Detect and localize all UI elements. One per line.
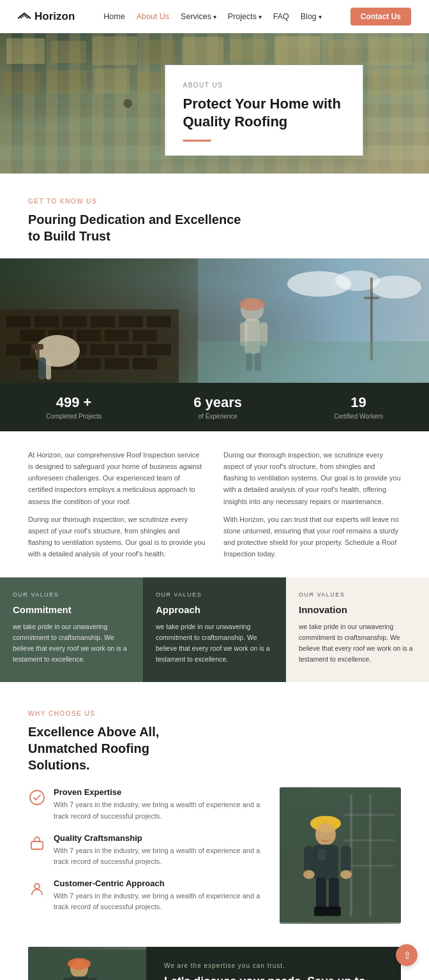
svg-rect-9 <box>3 71 40 94</box>
svg-rect-83 <box>329 878 339 910</box>
svg-rect-79 <box>341 846 351 873</box>
why-image-svg <box>280 787 401 923</box>
svg-point-80 <box>303 870 315 879</box>
why-inner: Proven Expertise With 7 years in the ind… <box>28 787 401 923</box>
brand-logo[interactable]: Horizon <box>18 10 75 23</box>
craftsmanship-icon <box>28 835 46 852</box>
svg-rect-84 <box>314 907 328 916</box>
svg-rect-33 <box>6 344 31 355</box>
nav-cta-button[interactable]: Contact Us <box>350 8 411 26</box>
svg-point-59 <box>370 276 421 299</box>
feature-item-craftsmanship: Quality Craftsmanship With 7 years in th… <box>28 833 262 867</box>
feature-content-expertise: Proven Expertise With 7 years in the ind… <box>54 787 262 821</box>
svg-rect-42 <box>105 358 129 369</box>
feature-text-expertise: With 7 years in the industry, we bring a… <box>54 799 262 821</box>
cta-content: We are the expertise you can trust. Let'… <box>146 947 401 980</box>
value-label-1: Our Values <box>156 591 273 598</box>
svg-rect-31 <box>105 330 129 341</box>
value-card-approach: Our Values Approach we take pride in our… <box>143 577 286 682</box>
hero-underline <box>183 140 211 142</box>
hero-label: ABOUT US <box>183 82 343 89</box>
svg-rect-48 <box>32 344 43 350</box>
value-title-0: Commitment <box>13 604 130 615</box>
feature-content-customer: Customer-Centric Approach With 7 years i… <box>54 879 262 912</box>
svg-rect-85 <box>327 907 341 916</box>
svg-rect-62 <box>198 341 429 383</box>
svg-rect-43 <box>133 358 157 369</box>
svg-rect-41 <box>77 358 101 369</box>
svg-rect-78 <box>304 846 314 873</box>
stat-number-experience: 6 years <box>193 394 242 411</box>
svg-rect-36 <box>91 344 115 355</box>
svg-rect-11 <box>94 68 130 94</box>
feature-title-customer: Customer-Centric Approach <box>54 879 262 888</box>
why-section: Why Choose Us Excellence Above All, Unma… <box>0 682 429 946</box>
svg-rect-17 <box>372 69 414 95</box>
svg-rect-109 <box>69 976 89 980</box>
svg-point-65 <box>34 884 40 889</box>
nav-links: Home About Us Services Projects FAQ Blog <box>103 12 321 21</box>
svg-rect-71 <box>343 840 395 842</box>
svg-rect-67 <box>280 789 401 923</box>
brand-name: Horizon <box>34 10 75 23</box>
desc-para-2a: During our thorough inspection, we scrut… <box>223 449 401 507</box>
desc-col-2: During our thorough inspection, we scrut… <box>223 449 401 560</box>
cta-image <box>28 947 146 980</box>
svg-rect-64 <box>31 842 43 849</box>
description-section: At Horizon, our comprehensive Roof Inspe… <box>0 431 429 577</box>
svg-rect-1 <box>51 41 86 63</box>
why-title: Excellence Above All, Unmatched Roofing … <box>28 724 207 773</box>
svg-rect-69 <box>369 795 372 916</box>
svg-point-75 <box>315 823 336 846</box>
hero-section: ABOUT US Protect Your Home with Quality … <box>0 33 429 174</box>
values-section: Our Values Commitment we take pride in o… <box>0 577 429 682</box>
why-image <box>280 787 401 923</box>
feature-title-craftsmanship: Quality Craftsmanship <box>54 833 262 843</box>
value-text-1: we take pride in our unwavering commitme… <box>156 621 273 664</box>
customer-icon <box>28 880 46 898</box>
value-title-1: Approach <box>156 604 273 615</box>
nav-home[interactable]: Home <box>103 12 124 21</box>
feature-text-customer: With 7 years in the industry, we bring a… <box>54 891 262 912</box>
svg-rect-28 <box>20 330 45 341</box>
cta-banner: We are the expertise you can trust. Let'… <box>28 947 401 980</box>
hero-card: ABOUT US Protect Your Home with Quality … <box>165 65 363 156</box>
svg-rect-23 <box>34 316 59 327</box>
value-card-commitment: Our Values Commitment we take pride in o… <box>0 577 143 682</box>
value-text-0: we take pride in our unwavering commitme… <box>13 621 130 664</box>
nav-services[interactable]: Services <box>181 12 216 21</box>
stats-bar: 499 + Completed Projects 6 years of Expe… <box>0 383 429 431</box>
svg-point-81 <box>340 870 352 879</box>
value-label-2: Our Values <box>299 591 416 598</box>
desc-para-2b: With Horizon, you can trust that our exp… <box>223 514 401 560</box>
svg-rect-77 <box>318 849 326 861</box>
nav-projects[interactable]: Projects <box>228 12 262 21</box>
hero-title: Protect Your Home with Quality Roofing <box>183 95 343 131</box>
svg-rect-45 <box>38 357 46 380</box>
desc-col-1: At Horizon, our comprehensive Roof Inspe… <box>28 449 206 560</box>
svg-rect-2 <box>93 36 137 65</box>
cta-svg <box>28 947 146 980</box>
svg-rect-8 <box>369 38 412 65</box>
nav-blog[interactable]: Blog <box>301 12 322 21</box>
value-text-2: we take pride in our unwavering commitme… <box>299 621 416 664</box>
feature-item-expertise: Proven Expertise With 7 years in the ind… <box>28 787 262 821</box>
scroll-to-top-button[interactable]: ⇧ <box>396 944 418 966</box>
svg-rect-25 <box>91 316 115 327</box>
svg-rect-26 <box>119 316 143 327</box>
nav-faq[interactable]: FAQ <box>273 12 289 21</box>
svg-rect-82 <box>316 878 326 910</box>
desc-para-1a: At Horizon, our comprehensive Roof Inspe… <box>28 449 206 507</box>
svg-rect-32 <box>133 330 157 341</box>
svg-point-63 <box>30 791 44 805</box>
feature-text-craftsmanship: With 7 years in the industry, we bring a… <box>54 845 262 867</box>
svg-rect-30 <box>77 330 101 341</box>
svg-rect-37 <box>119 344 143 355</box>
svg-point-112 <box>68 958 91 969</box>
svg-rect-5 <box>230 39 267 62</box>
svg-rect-10 <box>47 70 87 94</box>
nav-about[interactable]: About Us <box>137 12 169 21</box>
workers-svg <box>0 258 429 383</box>
svg-rect-6 <box>275 36 320 64</box>
svg-rect-76 <box>313 845 338 880</box>
